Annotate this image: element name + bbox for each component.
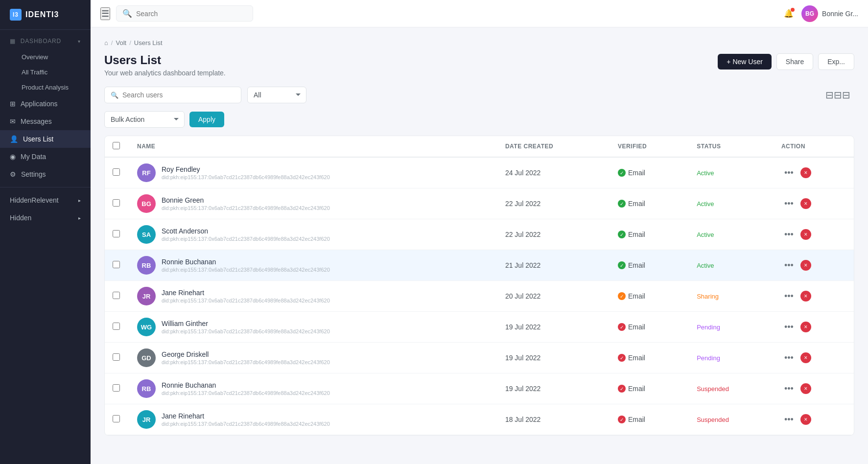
row-checkbox[interactable] — [113, 323, 120, 330]
sidebar-item-settings[interactable]: ⚙ Settings — [0, 165, 91, 183]
page-content: ⌂ / Volt / Users List Users List Your we… — [91, 27, 868, 464]
menu-toggle-button[interactable]: ☰ — [100, 7, 110, 20]
row-date-cell: 20 Jul 2022 — [497, 281, 610, 312]
sidebar-item-my-data[interactable]: ◉ My Data — [0, 148, 91, 165]
row-checkbox[interactable] — [113, 230, 120, 237]
action-buttons: ••• × — [781, 198, 846, 210]
search-input[interactable] — [136, 10, 247, 18]
delete-button[interactable]: × — [800, 229, 811, 240]
more-actions-button[interactable]: ••• — [781, 321, 797, 333]
new-user-button[interactable]: + New User — [718, 54, 772, 70]
sidebar-item-product-analysis[interactable]: Product Analysis — [0, 80, 91, 95]
col-name: NAME — [129, 136, 497, 157]
user-avatar: RB — [137, 379, 156, 398]
delete-button[interactable]: × — [800, 322, 811, 332]
delete-button[interactable]: × — [800, 291, 811, 302]
user-name: Scott Anderson — [162, 227, 330, 235]
user-name: Ronnie Buchanan — [162, 381, 330, 389]
more-actions-button[interactable]: ••• — [781, 290, 797, 302]
row-checkbox[interactable] — [113, 353, 120, 361]
row-checkbox-cell — [105, 373, 129, 404]
row-date-cell: 19 Jul 2022 — [497, 373, 610, 404]
status-badge: Active — [697, 231, 714, 238]
table-header-row: NAME DATE CREATED VERIFIED STATUS ACTION — [105, 136, 854, 157]
table-row: RB Ronnie Buchanan did:pkh:eip155:137:0x… — [105, 250, 854, 281]
user-info: Ronnie Buchanan did:pkh:eip155:137:0x6ab… — [162, 381, 330, 396]
breadcrumb-volt[interactable]: Volt — [116, 39, 126, 46]
more-actions-button[interactable]: ••• — [781, 383, 797, 395]
user-avatar: GD — [137, 348, 156, 367]
row-checkbox[interactable] — [113, 415, 120, 422]
row-checkbox[interactable] — [113, 199, 120, 207]
actions-row: Bulk Action Delete Selected Activate Sel… — [104, 111, 854, 128]
username: Bonnie Gr... — [822, 10, 858, 18]
select-all-checkbox[interactable] — [113, 142, 120, 149]
search-users-icon: 🔍 — [111, 92, 118, 99]
verified-label: Email — [628, 200, 645, 208]
row-verified-cell: ✓ Email — [610, 281, 689, 312]
sidebar-item-label: HiddenRelevent — [10, 196, 59, 204]
row-date-cell: 24 Jul 2022 — [497, 157, 610, 188]
share-button[interactable]: Share — [776, 53, 813, 70]
status-filter-select[interactable]: All Active Pending Suspended Sharing — [247, 87, 306, 103]
sidebar-item-label: Messages — [21, 117, 52, 125]
row-verified-cell: ✓ Email — [610, 157, 689, 188]
page-header: Users List Your web analytics dashboard … — [104, 53, 854, 77]
notifications-bell[interactable]: 🔔 — [784, 9, 794, 18]
row-checkbox[interactable] — [113, 168, 120, 176]
user-avatar: WG — [137, 318, 156, 336]
sidebar-item-overview[interactable]: Overview — [0, 49, 91, 65]
user-menu[interactable]: BG Bonnie Gr... — [801, 5, 858, 22]
columns-toggle-button[interactable]: ⊟⊟⊟ — [821, 87, 854, 103]
brand-icon: I3 — [10, 9, 22, 21]
delete-button[interactable]: × — [800, 414, 811, 425]
page-header-actions: + New User Share Exp... — [718, 53, 854, 70]
delete-button[interactable]: × — [800, 167, 811, 178]
row-date-cell: 21 Jul 2022 — [497, 250, 610, 281]
delete-button[interactable]: × — [800, 383, 811, 394]
sidebar-item-dashboard[interactable]: ▦ Dashboard ▾ — [0, 30, 91, 49]
delete-button[interactable]: × — [800, 260, 811, 271]
delete-button[interactable]: × — [800, 352, 811, 363]
export-button[interactable]: Exp... — [818, 53, 854, 70]
sidebar-item-label: Users List — [23, 135, 53, 143]
user-search-container: 🔍 — [104, 87, 241, 103]
more-actions-button[interactable]: ••• — [781, 198, 797, 210]
more-actions-button[interactable]: ••• — [781, 167, 797, 179]
status-badge: Sharing — [697, 293, 719, 300]
sidebar-item-all-traffic[interactable]: All Traffic — [0, 65, 91, 80]
row-date-cell: 18 Jul 2022 — [497, 404, 610, 435]
row-status-cell: Sharing — [689, 281, 774, 312]
table-row: WG William Ginther did:pkh:eip155:137:0x… — [105, 312, 854, 343]
row-date-cell: 22 Jul 2022 — [497, 188, 610, 219]
col-checkbox — [105, 136, 129, 157]
more-actions-button[interactable]: ••• — [781, 414, 797, 426]
sidebar-item-hidden[interactable]: Hidden ▸ — [0, 209, 91, 227]
more-actions-button[interactable]: ••• — [781, 259, 797, 272]
action-buttons: ••• × — [781, 167, 846, 179]
verified-label: Email — [628, 416, 645, 423]
search-users-input[interactable] — [122, 91, 235, 99]
user-avatar: JR — [137, 287, 156, 305]
sidebar-item-hidden-relevent[interactable]: HiddenRelevent ▸ — [0, 191, 91, 209]
more-actions-button[interactable]: ••• — [781, 352, 797, 364]
breadcrumb-users-list: Users List — [134, 39, 163, 46]
more-actions-button[interactable]: ••• — [781, 229, 797, 241]
row-name-cell: WG William Ginther did:pkh:eip155:137:0x… — [129, 312, 497, 343]
apply-button[interactable]: Apply — [189, 112, 224, 127]
row-checkbox[interactable] — [113, 292, 120, 299]
sidebar-item-users-list[interactable]: 👤 Users List — [0, 130, 91, 148]
page-subtitle: Your web analytics dashboard template. — [104, 69, 226, 77]
table-row: RB Ronnie Buchanan did:pkh:eip155:137:0x… — [105, 373, 854, 404]
row-checkbox[interactable] — [113, 261, 120, 268]
main-wrapper: ☰ 🔍 🔔 BG Bonnie Gr... ⌂ / Volt / U — [91, 0, 868, 464]
delete-button[interactable]: × — [800, 198, 811, 209]
sidebar-item-applications[interactable]: ⊞ Applications — [0, 95, 91, 113]
row-status-cell: Suspended — [689, 373, 774, 404]
sidebar-item-messages[interactable]: ✉ Messages — [0, 113, 91, 130]
bulk-action-select[interactable]: Bulk Action Delete Selected Activate Sel… — [104, 111, 185, 128]
row-checkbox[interactable] — [113, 384, 120, 392]
page-title: Users List — [104, 53, 226, 67]
home-icon[interactable]: ⌂ — [104, 39, 108, 46]
table-row: GD George Driskell did:pkh:eip155:137:0x… — [105, 343, 854, 373]
